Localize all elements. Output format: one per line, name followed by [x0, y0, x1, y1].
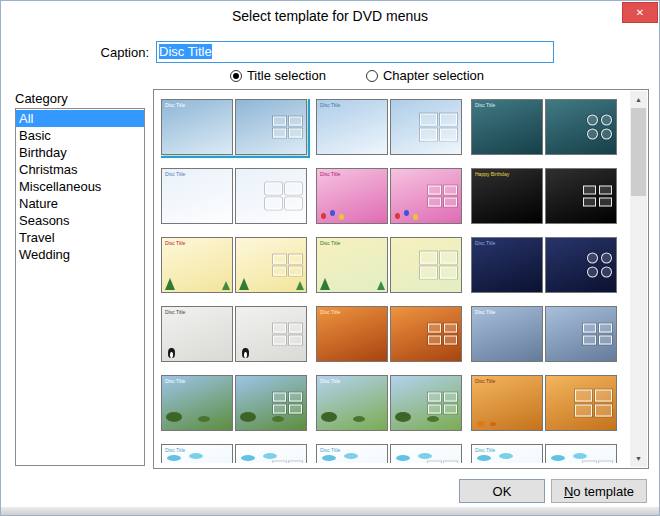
template-panel-right: [235, 375, 307, 431]
template-caption-text: Disc Title: [165, 102, 185, 108]
template-caption-text: Disc Title: [320, 171, 340, 177]
template-summer-clouds-1[interactable]: Disc Title: [161, 444, 307, 463]
caption-input[interactable]: Disc Title: [156, 41, 554, 63]
caption-label: Caption:: [61, 43, 149, 63]
template-teal-grunge[interactable]: Disc Title: [471, 99, 617, 155]
template-panel-right: [545, 237, 617, 293]
template-scrollbar[interactable]: ▲ ▼: [630, 91, 647, 467]
template-pink-birthday[interactable]: Disc Title: [316, 168, 462, 224]
caption-value: Disc Title: [159, 44, 212, 59]
photo-frames: [265, 183, 302, 210]
category-item-basic[interactable]: Basic: [16, 127, 144, 144]
template-summer-clouds-2[interactable]: Disc Title: [316, 444, 462, 463]
pumpkin-decoration: [472, 376, 542, 430]
template-autumn-harvest[interactable]: Disc Title: [471, 375, 617, 431]
template-caption-text: Disc Title: [320, 309, 340, 315]
balloons-decoration: [317, 169, 387, 223]
clouds-decoration: [391, 445, 461, 463]
no-template-button[interactable]: No template: [551, 479, 647, 503]
template-caption-text: Disc Title: [165, 171, 185, 177]
template-caption-text: Disc Title: [165, 309, 185, 315]
category-item-nature[interactable]: Nature: [16, 195, 144, 212]
photo-frames: [587, 115, 612, 140]
template-penguin-cartoon[interactable]: Disc Title: [161, 306, 307, 362]
radio-title-selection[interactable]: Title selection: [230, 68, 326, 83]
photo-frames: [420, 114, 457, 141]
category-label: Category: [15, 91, 68, 106]
window-bottom-edge: [1, 507, 659, 515]
template-panel-left: Disc Title: [471, 237, 543, 293]
template-pale-blue[interactable]: Disc Title: [161, 168, 307, 224]
template-panel-right: [235, 237, 307, 293]
template-caption-text: Disc Title: [320, 102, 340, 108]
photo-frames: [583, 324, 612, 345]
penguin-decoration: [162, 307, 232, 361]
photo-frames: [428, 186, 457, 207]
template-panel-right: [390, 375, 462, 431]
template-navy-swirl[interactable]: Disc Title: [471, 237, 617, 293]
template-panel-right: [390, 168, 462, 224]
template-spring-trees[interactable]: Disc Title: [161, 375, 307, 431]
template-panel-right: [390, 306, 462, 362]
photo-frames: [583, 186, 612, 207]
template-panel-left: Disc Title: [161, 237, 233, 293]
category-item-seasons[interactable]: Seasons: [16, 212, 144, 229]
scroll-down-icon[interactable]: ▼: [630, 450, 647, 467]
category-item-travel[interactable]: Travel: [16, 229, 144, 246]
selection-mode-group: Title selection Chapter selection: [156, 68, 558, 83]
template-panel-left: Disc Title: [161, 99, 233, 155]
photo-frames: [428, 324, 457, 345]
template-christmas-trees[interactable]: Disc Title: [161, 237, 307, 293]
no-template-accesskey: N: [564, 484, 573, 499]
template-christmas-frames[interactable]: Disc Title: [316, 237, 462, 293]
radio-title-label: Title selection: [247, 68, 326, 83]
template-caption-text: Disc Title: [165, 240, 185, 246]
template-caption-text: Disc Title: [320, 447, 340, 453]
template-caption-text: Disc Title: [320, 378, 340, 384]
template-summer-clouds-3[interactable]: Disc Title: [471, 444, 617, 463]
category-item-miscellaneous[interactable]: Miscellaneous: [16, 178, 144, 195]
scroll-up-icon[interactable]: ▲: [630, 91, 647, 108]
clouds-decoration: [236, 445, 306, 463]
template-panel-left: Disc Title: [316, 444, 388, 463]
category-item-christmas[interactable]: Christmas: [16, 161, 144, 178]
photo-frames: [583, 462, 612, 464]
template-panel-right: [545, 375, 617, 431]
template-fire-sky[interactable]: Disc Title: [316, 306, 462, 362]
photo-frames: [273, 117, 302, 138]
template-winter-forest[interactable]: Disc Title: [471, 306, 617, 362]
radio-chapter-selection[interactable]: Chapter selection: [366, 68, 484, 83]
template-panel-left: Disc Title: [316, 237, 388, 293]
photo-frames: [273, 255, 302, 276]
category-item-birthday[interactable]: Birthday: [16, 144, 144, 161]
template-caption-text: Disc Title: [320, 240, 340, 246]
template-caption-text: Disc Title: [475, 447, 495, 453]
template-panel-left: Disc Title: [316, 99, 388, 155]
trees-decoration: [317, 238, 387, 292]
photo-frames: [428, 462, 457, 464]
template-panel-right: [235, 306, 307, 362]
photo-frames: [273, 393, 302, 414]
template-panel-right: [390, 444, 462, 463]
template-black-birthday[interactable]: Happy Birthday: [471, 168, 617, 224]
template-meadow[interactable]: Disc Title: [316, 375, 462, 431]
scroll-thumb[interactable]: [631, 108, 646, 196]
photo-frames: [587, 253, 612, 278]
template-panel-right: [235, 168, 307, 224]
ok-button[interactable]: OK: [459, 479, 545, 503]
category-item-all[interactable]: All: [16, 110, 144, 127]
category-list[interactable]: AllBasicBirthdayChristmasMiscellaneousNa…: [15, 108, 145, 466]
template-panel-left: Disc Title: [161, 375, 233, 431]
canopy-decoration: [317, 376, 387, 430]
close-button[interactable]: ✕: [622, 2, 658, 23]
template-panel-left: Disc Title: [161, 306, 233, 362]
photo-frames: [273, 462, 302, 464]
template-panel-left: Disc Title: [316, 375, 388, 431]
template-panel-left: Disc Title: [316, 306, 388, 362]
template-area: Disc TitleDisc TitleDisc TitleDisc Title…: [153, 89, 649, 469]
template-panel-left: Disc Title: [471, 375, 543, 431]
category-item-wedding[interactable]: Wedding: [16, 246, 144, 263]
template-blue-glow[interactable]: Disc Title: [161, 99, 307, 155]
photo-frames: [420, 252, 457, 279]
template-blue-frames[interactable]: Disc Title: [316, 99, 462, 155]
